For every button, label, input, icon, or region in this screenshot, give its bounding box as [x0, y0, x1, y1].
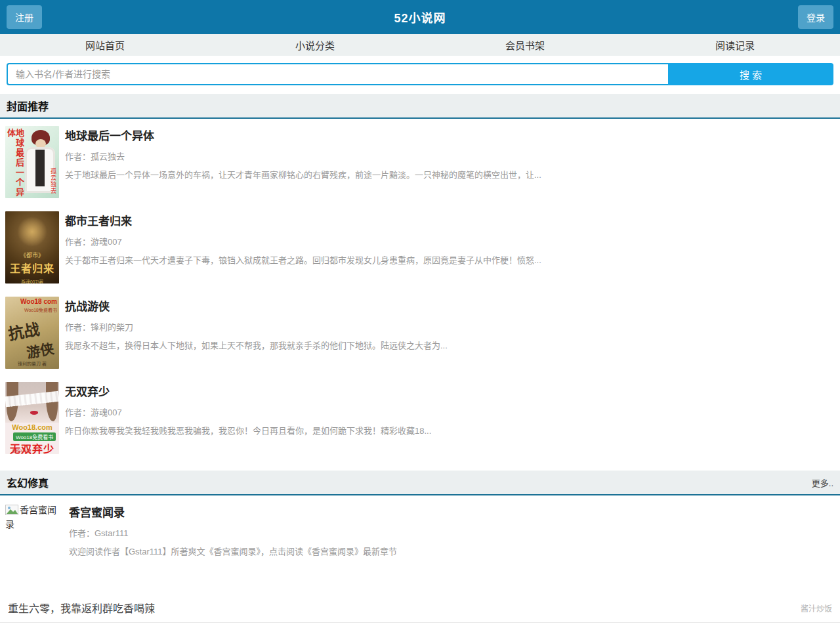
cover-author-text: 游魂007/著	[12, 448, 32, 453]
book-description: 我愿永不超生，换得日本人下地狱，如果上天不帮我，那我就亲手杀的他们下地狱。陆远侠…	[65, 339, 833, 351]
cover-title-text: 游侠	[25, 338, 56, 362]
book-author: 作者：锋利的柴刀	[65, 320, 833, 333]
rank-row[interactable]: 姐姐，帮帮我 热到昏厥	[0, 623, 840, 630]
book-author: 作者：游魂007	[65, 406, 833, 418]
cover-author-text: 锋利的柴刀 著	[5, 360, 59, 367]
cover-figure	[30, 411, 38, 415]
novel-rank-list: 重生六零，我靠返利群吃香喝辣 酱汁炒饭 姐姐，帮帮我 热到昏厥 情花孽 老鸦奇遇…	[0, 594, 840, 630]
cover-site-text: Woo18 com	[20, 298, 57, 305]
search-button[interactable]: 搜 索	[668, 63, 833, 85]
nav-item-home[interactable]: 网站首页	[0, 38, 210, 52]
book-item[interactable]: Woo18 com Woo18免费看书 抗战 游侠 锋利的柴刀 著 抗战游侠 作…	[0, 297, 840, 369]
book-item[interactable]: 地球最后一个异体 孤云独去 地球最后一个异体 作者：孤云独去 关于地球最后一个异…	[0, 126, 840, 198]
book-info: 抗战游侠 作者：锋利的柴刀 我愿永不超生，换得日本人下地狱，如果上天不帮我，那我…	[65, 297, 833, 369]
nav-item-categories[interactable]: 小说分类	[210, 38, 420, 52]
section-header-cover-recommend: 封面推荐	[0, 94, 840, 119]
book-title[interactable]: 抗战游侠	[65, 297, 833, 314]
book-item[interactable]: Woo18.com Woo18免费看书 无双弃少 游魂007/著 无双弃少 作者…	[0, 382, 840, 454]
search-bar: 搜 索	[0, 56, 840, 92]
cover-author-text: 孤云独去	[49, 168, 58, 194]
xuanhuan-list: 香宫蜜闻录 香宫蜜闻录 作者：Gstar111 欢迎阅读作者【Gstar111】…	[0, 495, 840, 557]
login-button[interactable]: 登录	[798, 5, 833, 29]
book-cover[interactable]: Woo18 com Woo18免费看书 抗战 游侠 锋利的柴刀 著	[5, 297, 59, 369]
cover-figure	[17, 217, 47, 247]
cover-figure	[35, 150, 45, 186]
book-cover[interactable]: 《都市》 王者归来 游魂007/著	[5, 211, 59, 284]
book-item[interactable]: 《都市》 王者归来 游魂007/著 都市王者归来 作者：游魂007 关于都市王者…	[0, 211, 840, 284]
cover-promo-text: Woo18免费看书	[24, 306, 57, 313]
nav-item-bookshelf[interactable]: 会员书架	[420, 38, 630, 52]
book-author: 作者：游魂007	[65, 235, 833, 247]
book-info: 无双弃少 作者：游魂007 昨日你欺我辱我笑我轻我贱我恶我骗我，我忍你！今日再且…	[65, 382, 833, 454]
book-description: 昨日你欺我辱我笑我轻我贱我恶我骗我，我忍你！今日再且看你，是如何跪下求我！精彩收…	[65, 424, 833, 436]
book-title[interactable]: 香宫蜜闻录	[69, 503, 833, 520]
book-author: 作者：孤云独去	[65, 150, 833, 162]
section-title: 玄幻修真	[7, 474, 49, 490]
book-item[interactable]: 香宫蜜闻录 香宫蜜闻录 作者：Gstar111 欢迎阅读作者【Gstar111】…	[0, 503, 840, 557]
nav-item-reading-history[interactable]: 阅读记录	[630, 38, 840, 52]
broken-image-icon	[5, 505, 18, 515]
cover-title-text: 王者归来	[5, 260, 59, 276]
cover-author-text: 游魂007/著	[5, 278, 59, 284]
register-button[interactable]: 注册	[7, 5, 42, 29]
book-description: 关于都市王者归来一代天才遭妻子下毒，锒铛入狱成就王者之路。回归都市发现女儿身患重…	[65, 253, 833, 266]
book-info: 地球最后一个异体 作者：孤云独去 关于地球最后一个异体一场意外的车祸，让天才青年…	[65, 126, 833, 198]
book-info: 香宫蜜闻录 作者：Gstar111 欢迎阅读作者【Gstar111】所著爽文《香…	[69, 503, 833, 557]
cover-title-text: 地球最后一个异体	[7, 129, 24, 198]
book-cover[interactable]: Woo18.com Woo18免费看书 无双弃少 游魂007/著	[5, 382, 59, 454]
section-header-xuanhuan: 玄幻修真 更多..	[0, 471, 840, 495]
book-description: 关于地球最后一个异体一场意外的车祸，让天才青年画家柳铭心的右臂残疾，前途一片黯淡…	[65, 168, 833, 180]
cover-recommend-list: 地球最后一个异体 孤云独去 地球最后一个异体 作者：孤云独去 关于地球最后一个异…	[0, 119, 840, 454]
more-link[interactable]: 更多..	[812, 476, 833, 489]
top-header: 注册 52小说网 登录	[0, 0, 840, 34]
site-title: 52小说网	[394, 9, 446, 26]
rank-row[interactable]: 重生六零，我靠返利群吃香喝辣 酱汁炒饭	[0, 594, 840, 623]
main-nav: 网站首页 小说分类 会员书架 阅读记录	[0, 34, 840, 56]
book-author: 作者：Gstar111	[69, 526, 833, 539]
broken-cover-image[interactable]: 香宫蜜闻录	[5, 503, 63, 557]
book-title[interactable]: 都市王者归来	[65, 212, 833, 228]
rank-novel-author: 酱汁炒饭	[801, 602, 832, 614]
book-title[interactable]: 无双弃少	[65, 383, 833, 399]
cover-series-text: 《都市》	[5, 251, 59, 259]
book-cover[interactable]: 地球最后一个异体 孤云独去	[5, 126, 59, 198]
section-title: 封面推荐	[7, 98, 49, 114]
book-title[interactable]: 地球最后一个异体	[65, 127, 833, 143]
search-input[interactable]	[7, 63, 668, 85]
book-description: 欢迎阅读作者【Gstar111】所著爽文《香宫蜜闻录》，点击阅读《香宫蜜闻录》最…	[69, 545, 833, 557]
rank-novel-title: 重生六零，我靠返利群吃香喝辣	[8, 600, 155, 616]
cover-site-text: Woo18.com	[5, 423, 59, 431]
book-info: 都市王者归来 作者：游魂007 关于都市王者归来一代天才遭妻子下毒，锒铛入狱成就…	[65, 211, 833, 284]
